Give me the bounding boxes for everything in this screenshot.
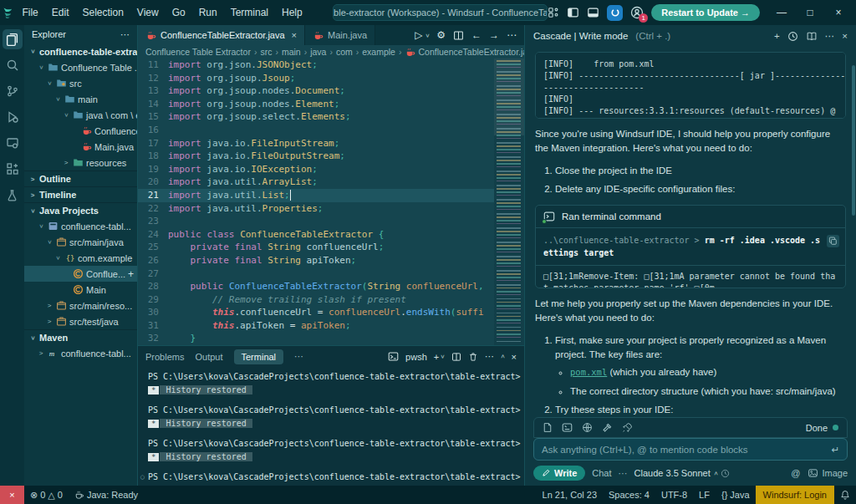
nav-back-icon[interactable]: ← [471,29,482,41]
terminal-more-icon[interactable]: ⋯ [485,351,494,362]
split-terminal-icon[interactable] [451,352,461,362]
breadcrumb-item[interactable]: java [310,47,326,57]
panel-tab-problems[interactable]: Problems [145,352,184,362]
panel-more-icon[interactable]: ⋯ [294,351,303,362]
notifications-bell-icon[interactable] [834,490,856,500]
menu-help[interactable]: Help [275,7,309,18]
tree-item[interactable]: >confluence-tabl... [24,218,137,234]
code-line[interactable]: 25 private final String confluenceUrl; [138,241,524,254]
cascade-input[interactable]: Ask anything (Ctrl+L), @ to mention code… [533,438,848,461]
breadcrumb-item[interactable]: src [260,47,272,57]
code-line[interactable]: 15import org.jsoup.select.Elements; [138,110,524,124]
menu-view[interactable]: View [130,7,166,18]
sidebar-more-icon[interactable]: ⋯ [120,29,130,40]
panel-tab-output[interactable]: Output [195,352,222,362]
model-selector[interactable]: Claude 3.5 Sonnet > [634,468,731,478]
problems-status[interactable]: ⊗0 △0 [24,490,69,501]
write-mode-toggle[interactable]: Write [533,466,585,481]
build-hammer-icon[interactable] [602,422,613,433]
tree-item[interactable]: >confluence-table-extract... [24,43,137,59]
code-line[interactable]: 29 // Remove trailing slash if present [138,293,524,307]
maven-log-output[interactable]: [INFO] from pom.xml[INFO] --------------… [536,53,845,119]
tree-item[interactable]: >resources [24,155,137,171]
tree-item[interactable]: >mconfluence-tabl... [24,345,137,361]
breadcrumb-item[interactable]: com [336,47,353,57]
code-line[interactable]: 13import org.jsoup.nodes.Document; [138,84,524,98]
toggle-panel-icon[interactable] [587,7,599,18]
maximize-button[interactable]: □ [796,0,824,25]
cascade-scrollbar[interactable] [852,65,855,216]
run-button[interactable]: ▷ [415,29,422,41]
search-icon[interactable] [3,55,23,75]
copy-icon[interactable] [827,235,839,247]
tree-item[interactable]: >Confluence Table ... [24,59,137,75]
command-decoration-icon[interactable]: ○ [140,473,145,481]
code-line[interactable]: 19import java.io.IOException; [138,163,524,176]
mode-more-icon[interactable]: ⋯ [619,468,628,479]
toggle-sidebar-icon[interactable] [567,7,579,18]
customize-layout-icon[interactable] [548,7,559,18]
settings-gear-icon[interactable]: ⚙ [436,29,446,41]
indentation[interactable]: Spaces: 4 [603,490,655,500]
menu-terminal[interactable]: Terminal [224,7,275,18]
deploy-rocket-icon[interactable] [622,422,633,433]
run-dropdown-icon[interactable]: > [423,33,431,38]
breadcrumb-item[interactable]: main [282,47,301,57]
code-line[interactable]: 30 this.confluenceUrl = confluenceUrl.en… [138,306,524,319]
close-panel-icon[interactable]: × [512,352,517,362]
split-editor-icon[interactable] [453,30,464,41]
run-debug-icon[interactable] [3,107,23,127]
menu-selection[interactable]: Selection [75,7,130,18]
tab-close-icon[interactable]: × [292,30,297,40]
panel-tab-terminal[interactable]: Terminal [234,349,284,364]
tree-item[interactable]: >{}com.example [24,250,137,266]
sidebar-section-outline[interactable]: >Outline [24,171,137,186]
menu-go[interactable]: Go [166,7,192,18]
editor-more-icon[interactable]: ⋯ [507,29,517,41]
tree-item[interactable]: >Main.java [24,139,137,155]
tree-item[interactable]: >src/test/java [24,313,137,329]
web-icon[interactable] [582,422,593,433]
remote-indicator[interactable]: × [0,486,24,504]
code-line[interactable]: 26 private final String apiToken; [138,254,524,267]
minimap[interactable] [494,59,524,345]
menu-run[interactable]: Run [192,7,224,18]
java-status[interactable]: Java: Ready [69,490,144,500]
language-mode[interactable]: {}Java [716,490,756,500]
pom-xml-link[interactable]: pom.xml [570,367,607,377]
code-line[interactable]: 12import org.jsoup.Jsoup; [138,72,524,85]
code-line[interactable]: 18import java.io.FileOutputStream; [138,150,524,163]
terminal-command-output[interactable]: □[31;1mRemove-Item: □[31;1mA parameter c… [536,266,845,288]
code-line[interactable]: 31 this.apiToken = apiToken; [138,319,524,333]
new-file-icon[interactable] [543,422,553,433]
tree-item[interactable]: >src/main/java [24,234,137,250]
menu-edit[interactable]: Edit [45,7,76,18]
close-button[interactable]: × [824,0,853,25]
code-line[interactable]: 28 public ConfluenceTableExtractor(Strin… [138,280,524,293]
tree-item[interactable]: >Main [24,282,137,298]
menu-file[interactable]: File [15,7,44,18]
nav-forward-icon[interactable]: → [489,29,499,41]
code-line[interactable]: 24public class ConfluenceTableExtractor … [138,228,524,242]
minimize-button[interactable]: — [767,0,796,25]
cascade-toggle-icon[interactable] [607,5,623,21]
tree-item[interactable]: >ConfluenceT... [24,123,137,139]
breadcrumb-item[interactable]: ConfluenceTableExtractor.java [405,47,524,58]
restart-to-update-button[interactable]: Restart to Update → [651,4,760,21]
mention-icon[interactable]: @ [791,468,800,478]
code-line[interactable]: 23 [138,215,524,228]
code-line[interactable]: 27 [138,267,524,281]
tree-item[interactable]: >java \ com \ ex... [24,107,137,123]
chat-mode-toggle[interactable]: Chat [592,468,611,478]
remote-icon[interactable] [3,133,23,153]
editor-tab-main.java[interactable]: Main.java [305,25,375,45]
workspace-search-box[interactable]: confluence-table-extractor (Workspace) -… [333,4,548,21]
history-icon[interactable] [787,31,798,42]
cascade-close-icon[interactable]: × [842,31,848,41]
new-item-action[interactable]: + [128,268,137,280]
tree-item[interactable]: >main [24,91,137,107]
cursor-position[interactable]: Ln 21, Col 23 [537,490,603,500]
terminal-dropdown-icon[interactable]: > [439,354,446,359]
code-line[interactable]: 11import org.json.JSONObject; [138,59,524,72]
attach-image-button[interactable]: Image [808,468,848,478]
